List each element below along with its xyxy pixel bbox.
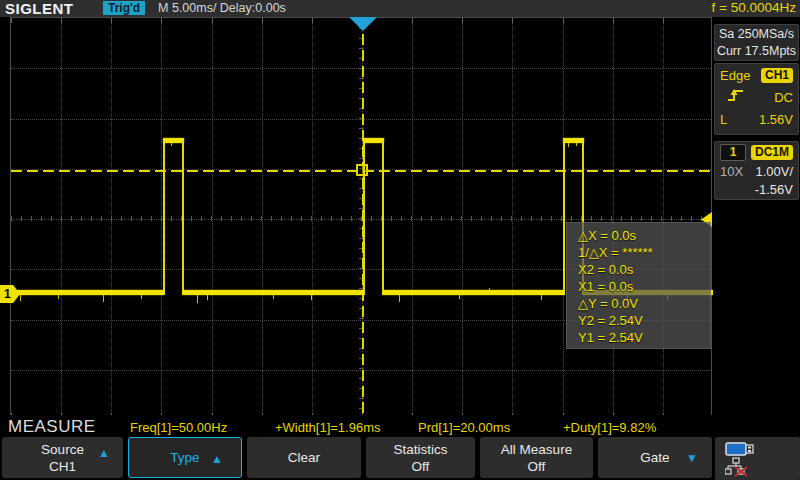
- channel-info-box[interactable]: 1 DC1M 10X 1.00V/ -1.56V: [714, 141, 799, 200]
- up-arrow-icon: ▲: [98, 445, 110, 462]
- channel-offset: -1.56V: [755, 182, 793, 197]
- cursor-intersection-handle[interactable]: [356, 164, 368, 176]
- trigger-source-badge: CH1: [761, 68, 793, 83]
- oscilloscope-screen: SIGLENT Trig'd M 5.00ms/ Delay:0.00s f =…: [0, 0, 800, 480]
- io-status-area: [715, 437, 800, 480]
- cursor-x2: X2 = 0.0s: [578, 261, 710, 278]
- lan-disconnected-icon: [725, 457, 751, 480]
- cursor-readout-box: △X = 0.0s 1/△X = ****** X2 = 0.0s X1 = 0…: [566, 222, 711, 349]
- cursor-delta-y: △Y = 0.0V: [578, 295, 710, 312]
- waveform-baseline-segment: [383, 290, 564, 295]
- all-measure-button[interactable]: All Measure Off: [480, 437, 593, 478]
- waveform-rising-edge: [563, 140, 565, 295]
- acquisition-info-box[interactable]: Sa 250MSa/s Curr 17.5Mpts: [714, 24, 799, 61]
- waveform-pulse-top: [163, 138, 184, 143]
- measure-duty: +Duty[1]=9.82%: [563, 420, 656, 435]
- measurement-bar: MEASURE Freq[1]=50.00Hz +Width[1]=1.96ms…: [0, 415, 800, 437]
- cursor-y1: Y1 = 2.54V: [578, 329, 710, 346]
- source-button[interactable]: Source CH1 ▲: [2, 437, 123, 478]
- measure-freq: Freq[1]=50.00Hz: [130, 420, 227, 435]
- waveform-pulse-top: [363, 138, 384, 143]
- timebase-readout: M 5.00ms/ Delay:0.00s: [158, 1, 286, 15]
- trigger-mode-label: Edge: [720, 68, 750, 83]
- brand-logo: SIGLENT: [5, 0, 74, 17]
- cursor-x1: X1 = 0.0s: [578, 278, 710, 295]
- probe-attenuation: 10X: [720, 164, 743, 179]
- trigger-level-value: 1.56V: [759, 112, 793, 127]
- waveform-falling-edge: [182, 140, 184, 295]
- trigger-level-label: L: [720, 112, 727, 127]
- trigger-coupling: DC: [774, 90, 793, 105]
- waveform-rising-edge: [163, 140, 165, 295]
- volts-per-div: 1.00V/: [755, 164, 793, 179]
- type-button[interactable]: Type ▲: [128, 437, 242, 478]
- waveform-pulse-top: [563, 138, 584, 143]
- trigger-position-marker-icon[interactable]: [349, 17, 377, 31]
- sample-rate: Sa 250MSa/s: [715, 26, 798, 43]
- right-sidebar: Sa 250MSa/s Curr 17.5Mpts Edge CH1 DC L …: [713, 17, 800, 415]
- measure-period: Prd[1]=20.00ms: [418, 420, 510, 435]
- channel-coupling-badge: DC1M: [751, 145, 793, 160]
- trigger-info-box[interactable]: Edge CH1 DC L 1.56V: [714, 63, 799, 135]
- cursor-y2: Y2 = 2.54V: [578, 312, 710, 329]
- waveform-rising-edge: [363, 140, 365, 295]
- top-status-bar: SIGLENT Trig'd M 5.00ms/ Delay:0.00s f =…: [0, 0, 800, 17]
- channel-number-badge: 1: [720, 144, 746, 161]
- clear-button[interactable]: Clear: [247, 437, 361, 478]
- measure-title: MEASURE: [8, 417, 96, 437]
- gate-button[interactable]: Gate ▼: [598, 437, 712, 478]
- waveform-falling-edge: [382, 140, 384, 295]
- softkey-menu-bar: Source CH1 ▲ Type ▲ Clear Statistics Off…: [0, 437, 800, 480]
- statistics-button[interactable]: Statistics Off: [366, 437, 475, 478]
- up-arrow-icon: ▲: [211, 451, 223, 468]
- cursor-inv-delta-x: 1/△X = ******: [578, 244, 710, 261]
- measure-pwidth: +Width[1]=1.96ms: [275, 420, 381, 435]
- down-arrow-icon: ▼: [686, 450, 698, 467]
- cursor-delta-x: △X = 0.0s: [578, 227, 710, 244]
- memory-depth: Curr 17.5Mpts: [715, 43, 798, 60]
- graticule: [10, 17, 712, 419]
- trigger-status-badge: Trig'd: [103, 1, 145, 15]
- frequency-counter: f = 50.0004Hz: [712, 0, 796, 15]
- rising-edge-icon: [726, 87, 746, 107]
